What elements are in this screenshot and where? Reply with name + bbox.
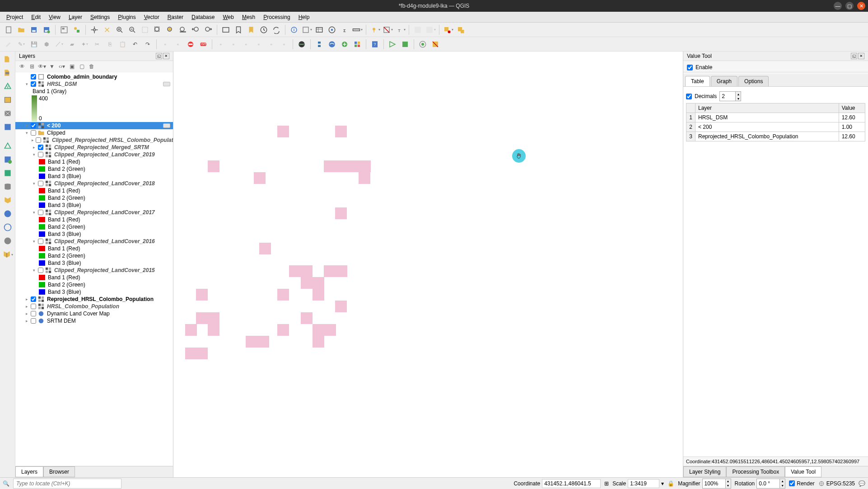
scale-dropdown[interactable]: ▾	[661, 480, 664, 487]
table-row[interactable]: 1HRSL_DSM12.60	[686, 113, 865, 122]
value-tool-close-button[interactable]: ✕	[858, 53, 864, 59]
tree-node[interactable]: Band 3 (Blue)	[15, 173, 173, 180]
modify-all-button[interactable]	[455, 24, 467, 36]
adv3[interactable]: ▫	[240, 38, 252, 50]
zoom-out-button[interactable]	[126, 24, 138, 36]
tree-node[interactable]: ▸Clipped_Reprojected_Merged_SRTM	[15, 144, 173, 151]
xyz-layer-icon[interactable]: ▾	[2, 249, 14, 260]
layer-visibility-checkbox[interactable]	[31, 123, 36, 128]
vector-layer-icon[interactable]: V	[2, 80, 14, 92]
zoom-in-button[interactable]	[114, 24, 126, 36]
table-row[interactable]: 3Reprojected_HRSL_Colombo_Population12.6…	[686, 132, 865, 141]
mesh-layer-icon[interactable]	[2, 108, 14, 119]
dig2-button[interactable]: ▫	[172, 38, 184, 50]
decimals-input[interactable]	[720, 92, 735, 101]
tree-node[interactable]: Band 3 (Blue)	[15, 259, 173, 267]
tab-layer-styling[interactable]: Layer Styling	[683, 466, 726, 477]
tree-node[interactable]: ▸Dynamic Land Cover Map	[15, 310, 173, 317]
render-checkbox[interactable]	[789, 480, 795, 486]
mesh2-icon[interactable]	[399, 38, 411, 50]
sum-button[interactable]: Σ	[339, 24, 350, 36]
python-console-button[interactable]	[313, 38, 325, 50]
refresh-button[interactable]	[271, 24, 282, 36]
identify-button[interactable]: i	[288, 24, 300, 36]
locator-search-icon[interactable]: 🔍	[3, 480, 9, 487]
layer-visibility-checkbox[interactable]	[38, 152, 43, 157]
tree-node[interactable]: ▾< 200	[15, 122, 173, 129]
filter-legend-button[interactable]: ▼	[48, 62, 56, 71]
tree-node[interactable]: Colombo_admin_boundary	[15, 73, 173, 80]
remove-layer-button[interactable]: 🗑	[88, 62, 96, 71]
layer-visibility-checkbox[interactable]	[31, 304, 36, 309]
layer-visibility-checkbox[interactable]	[38, 210, 43, 215]
spinner-up[interactable]: ▲	[735, 92, 741, 96]
toolbox-button[interactable]	[417, 38, 429, 50]
value-tool-tab-options[interactable]: Options	[738, 76, 769, 86]
undo-button[interactable]: ↶	[129, 38, 141, 50]
toggle-editing-all-button[interactable]: ✎▾	[15, 38, 27, 50]
lock-icon[interactable]: 🔒	[667, 480, 674, 487]
globe-dark-icon[interactable]	[296, 38, 308, 50]
filter-dropdown-button[interactable]: ‹›▾	[58, 62, 66, 71]
map-canvas[interactable]	[173, 52, 683, 477]
tree-node[interactable]: ▸Reprojected_HRSL_Colombo_Population	[15, 296, 173, 303]
menu-view[interactable]: View	[45, 13, 64, 21]
tab-layers[interactable]: Layers	[15, 466, 43, 477]
window-minimize-button[interactable]: —	[834, 2, 842, 10]
add-polygon-button[interactable]: ▰	[66, 38, 78, 50]
zoom-native-button[interactable]	[139, 24, 151, 36]
tree-node[interactable]: Band 2 (Green)	[15, 281, 173, 288]
label-toolbar-button[interactable]	[412, 24, 424, 36]
zoom-layer-button[interactable]	[177, 24, 189, 36]
wcs-layer-icon[interactable]	[2, 235, 14, 247]
save-project-button[interactable]	[28, 24, 40, 36]
menu-help[interactable]: Help	[295, 13, 313, 21]
virtual-layer-icon[interactable]	[2, 194, 14, 206]
dig1-button[interactable]: ▫	[159, 38, 171, 50]
layer-visibility-checkbox[interactable]	[36, 137, 41, 143]
help-icon[interactable]: ?	[369, 38, 381, 50]
menu-project[interactable]: Project	[3, 13, 27, 21]
tree-node[interactable]: 4000	[15, 95, 173, 122]
layer-visibility-checkbox[interactable]	[31, 74, 36, 80]
tree-node[interactable]: ▾Clipped_Reprojected_LandCover_2019	[15, 151, 173, 158]
menu-vector[interactable]: Vector	[140, 13, 163, 21]
layer-visibility-checkbox[interactable]	[31, 318, 36, 324]
panel-close-button[interactable]: ✕	[163, 53, 169, 59]
diagram-button[interactable]: ▾	[425, 24, 436, 36]
calculator-button[interactable]	[326, 24, 338, 36]
tree-node[interactable]: ▾Clipped_Reprojected_LandCover_2018	[15, 180, 173, 187]
table-row[interactable]: 2< 2001.00	[686, 122, 865, 132]
adv5[interactable]: ▫	[266, 38, 277, 50]
style-theme-button[interactable]: 👁	[18, 62, 26, 71]
menu-layer[interactable]: Layer	[65, 13, 86, 21]
value-tool-float-button[interactable]: ◱	[851, 53, 857, 59]
map-tips-button[interactable]: ▾	[369, 24, 381, 36]
raster-layer-icon[interactable]	[2, 94, 14, 106]
new-spatialite-icon[interactable]	[2, 181, 14, 193]
tree-node[interactable]: Band 1 (Gray)	[15, 88, 173, 95]
wfs-layer-icon[interactable]	[2, 221, 14, 233]
tree-node[interactable]: Band 2 (Green)	[15, 194, 173, 202]
scale-field[interactable]	[628, 479, 659, 488]
tab-value-tool[interactable]: Value Tool	[785, 466, 821, 477]
delimited-text-icon[interactable]	[2, 121, 14, 133]
layer-visibility-button[interactable]: 👁▾	[38, 62, 46, 71]
tree-node[interactable]: ▸SRTM DEM	[15, 317, 173, 324]
vertex-tool-button[interactable]: ✦▾	[79, 38, 90, 50]
adv1[interactable]: ▫	[215, 38, 227, 50]
vector2-icon[interactable]	[2, 140, 14, 152]
layer-indicator-icon[interactable]	[163, 82, 170, 86]
zoom-full-button[interactable]	[152, 24, 163, 36]
add-raster-layer-button[interactable]	[2, 67, 14, 79]
text-annotation-button[interactable]: T▾	[394, 24, 406, 36]
menu-web[interactable]: Web	[219, 13, 237, 21]
tree-node[interactable]: Band 1 (Red)	[15, 158, 173, 165]
tab-processing-toolbox[interactable]: Processing Toolbox	[726, 466, 785, 477]
temporal-button[interactable]	[258, 24, 270, 36]
tree-node[interactable]: ▾Clipped_Reprojected_LandCover_2015	[15, 267, 173, 274]
menu-settings[interactable]: Settings	[87, 13, 113, 21]
layer-visibility-checkbox[interactable]	[38, 239, 43, 244]
adv4[interactable]: ▫	[253, 38, 265, 50]
layer-visibility-checkbox[interactable]	[38, 145, 43, 150]
